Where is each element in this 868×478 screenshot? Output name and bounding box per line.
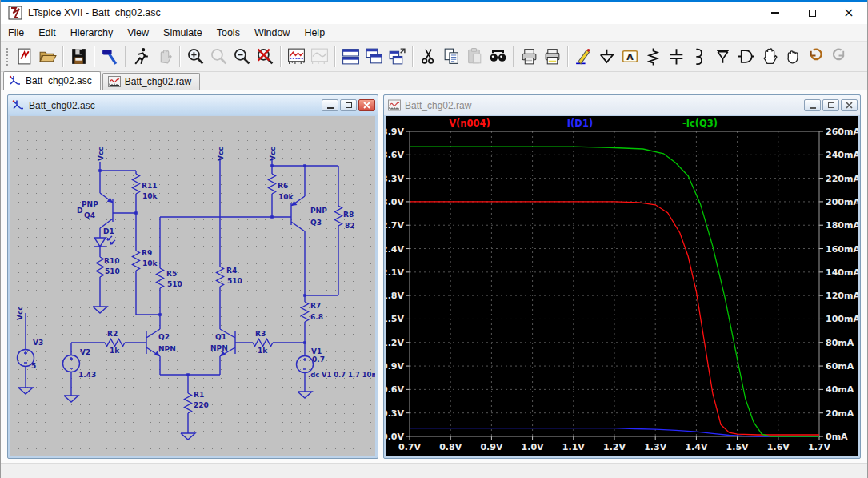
menu-hierarchy[interactable]: Hierarchy	[63, 25, 121, 41]
schematic-close-button[interactable]	[358, 99, 375, 111]
place-component-icon[interactable]	[735, 45, 757, 69]
cascade-windows-icon[interactable]	[363, 45, 385, 69]
schematic-label-q1-name[interactable]: Q1	[215, 333, 226, 341]
schematic-label-v2-value[interactable]: 1.43	[78, 371, 96, 379]
schematic-window-titlebar[interactable]: Batt_chg02.asc	[8, 95, 378, 115]
place-label-icon[interactable]: A	[619, 45, 641, 69]
schematic-label-q1-type[interactable]: NPN	[210, 344, 228, 352]
schematic-label-vcc-flag-4[interactable]: Vcc	[16, 306, 24, 320]
cut-icon[interactable]	[418, 45, 439, 69]
schematic-label-r5-name[interactable]: R5	[166, 270, 177, 278]
schematic-label-r3-name[interactable]: R3	[255, 330, 266, 338]
place-resistor-icon[interactable]	[642, 45, 664, 69]
autorange-y-axis-icon[interactable]	[286, 45, 307, 69]
menu-tools[interactable]: Tools	[210, 25, 247, 41]
schematic-label-v2-name[interactable]: V2	[80, 348, 90, 356]
tab-waveform[interactable]: Batt_chg02.raw	[102, 73, 200, 90]
waveform-close-button[interactable]	[841, 99, 858, 111]
legend--Ic(Q3)[interactable]: -Ic(Q3)	[682, 118, 718, 129]
tab-schematic[interactable]: Batt_chg02.asc	[3, 71, 101, 90]
waveform-minimize-button[interactable]	[804, 99, 821, 111]
schematic-canvas[interactable]: VccR1110kDPNPQ4D1R10510R910kR5510VccR451…	[10, 116, 375, 456]
waveform-canvas[interactable]: 0.7V0.8V0.9V1.0V1.1V1.2V1.3V1.4V1.5V1.6V…	[386, 116, 858, 456]
legend-I(D1)[interactable]: I(D1)	[567, 118, 593, 129]
schematic-label-r5-value[interactable]: 510	[167, 280, 182, 288]
schematic-label-r11-value[interactable]: 10k	[142, 192, 158, 200]
save-icon[interactable]	[68, 45, 90, 69]
schematic-label-r8-value[interactable]: 82	[345, 222, 355, 230]
schematic-label-r2-name[interactable]: R2	[107, 330, 118, 338]
zoom-in-icon[interactable]	[185, 45, 206, 69]
schematic-label-r3-value[interactable]: 1k	[258, 347, 268, 355]
restore-windows-icon[interactable]	[386, 45, 408, 69]
legend-V(n004)[interactable]: V(n004)	[449, 118, 490, 129]
maximize-button[interactable]	[794, 2, 830, 24]
tile-windows-icon[interactable]	[340, 45, 362, 69]
schematic-label-q2-name[interactable]: Q2	[158, 333, 170, 341]
new-schematic-icon[interactable]	[14, 45, 35, 69]
waveform-window-titlebar[interactable]: Batt_chg02.raw	[384, 95, 860, 115]
schematic-label-r9-value[interactable]: 10k	[142, 259, 158, 267]
waveform-client-area[interactable]: 0.7V0.8V0.9V1.0V1.1V1.2V1.3V1.4V1.5V1.6V…	[386, 116, 858, 456]
waveform-maximize-button[interactable]	[822, 99, 839, 111]
undo-icon[interactable]	[805, 45, 826, 69]
schematic-label-q2-type[interactable]: NPN	[158, 345, 176, 353]
schematic-label-r1-value[interactable]: 220	[194, 401, 209, 409]
schematic-maximize-button[interactable]	[340, 99, 357, 111]
menu-window[interactable]: Window	[247, 25, 297, 41]
print-preview-icon[interactable]	[542, 45, 563, 69]
schematic-label-vcc-flag-2[interactable]: Vcc	[217, 147, 225, 161]
schematic-label-d1-name[interactable]: D1	[103, 227, 114, 235]
menu-view[interactable]: View	[120, 25, 156, 41]
schematic-label-r9-name[interactable]: R9	[142, 249, 152, 257]
schematic-label-r6-value[interactable]: 10k	[278, 193, 294, 201]
schematic-label-dc-directive[interactable]: .dc V1 0.7 1.7 10m	[308, 371, 375, 379]
print-icon[interactable]	[518, 45, 540, 69]
schematic-label-r1-name[interactable]: R1	[194, 391, 204, 399]
zoom-out-icon[interactable]	[231, 45, 253, 69]
schematic-client-area[interactable]: VccR1110kDPNPQ4D1R10510R910kR5510VccR451…	[10, 116, 375, 456]
open-icon[interactable]	[37, 45, 58, 69]
schematic-label-q4-name[interactable]: Q4	[84, 211, 95, 219]
schematic-label-r2-value[interactable]: 1k	[110, 347, 120, 355]
place-capacitor-icon[interactable]	[666, 45, 687, 69]
schematic-label-r6-name[interactable]: R6	[278, 182, 288, 190]
run-icon[interactable]	[130, 45, 152, 69]
schematic-label-vcc-flag-1[interactable]: Vcc	[97, 147, 105, 161]
schematic-label-v3-name[interactable]: V3	[33, 339, 43, 347]
schematic-label-r8-name[interactable]: R8	[343, 211, 354, 219]
window-titlebar[interactable]: LTspice XVII - Batt_chg02.asc ×	[1, 2, 867, 24]
schematic-label-q4-type[interactable]: PNP	[82, 200, 98, 208]
schematic-label-q3-type[interactable]: PNP	[310, 207, 327, 215]
schematic-label-r10-name[interactable]: R10	[104, 257, 119, 265]
menu-file[interactable]: File	[1, 25, 31, 41]
schematic-minimize-button[interactable]	[322, 99, 338, 111]
schematic-label-q3-name[interactable]: Q3	[310, 219, 322, 227]
find-icon[interactable]	[487, 45, 509, 69]
place-diode-icon[interactable]	[712, 45, 734, 69]
schematic-label-r4-value[interactable]: 510	[227, 277, 242, 285]
minimize-button[interactable]	[757, 2, 794, 24]
menu-help[interactable]: Help	[297, 25, 332, 41]
menu-simulate[interactable]: Simulate	[156, 25, 210, 41]
redo-icon[interactable]	[828, 45, 850, 69]
draw-wire-icon[interactable]	[573, 45, 594, 69]
schematic-label-r11-name[interactable]: R11	[142, 182, 157, 190]
place-inductor-icon[interactable]	[689, 45, 710, 69]
copy-icon[interactable]	[441, 45, 462, 69]
schematic-label-r7-name[interactable]: R7	[310, 302, 321, 310]
drag-icon[interactable]	[782, 45, 803, 69]
move-icon[interactable]	[758, 45, 780, 69]
menu-edit[interactable]: Edit	[31, 25, 63, 41]
schematic-label-r10-value[interactable]: 510	[105, 267, 120, 275]
schematic-label-v1-value[interactable]: 0.7	[312, 355, 325, 364]
schematic-label-v1-name[interactable]: V1	[311, 347, 322, 355]
control-panel-icon[interactable]	[99, 45, 121, 69]
close-button[interactable]: ×	[830, 2, 867, 24]
diode-d1-symbol[interactable]	[94, 236, 115, 247]
schematic-label-v3-value[interactable]: 5	[31, 362, 36, 370]
schematic-label-r4-name[interactable]: R4	[226, 267, 237, 275]
schematic-label-r7-value[interactable]: 6.8	[310, 313, 323, 321]
zoom-full-extents-icon[interactable]	[254, 45, 276, 69]
trace-V(n004)[interactable]	[410, 202, 819, 435]
